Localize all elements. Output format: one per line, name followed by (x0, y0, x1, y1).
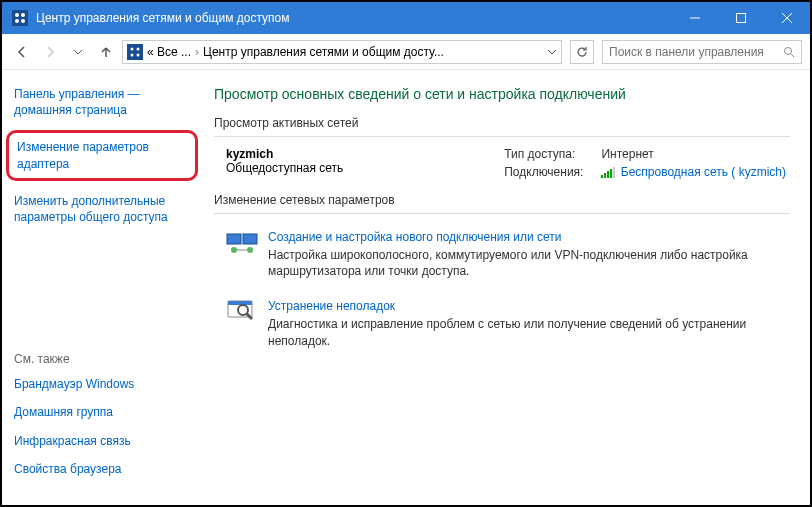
svg-rect-16 (227, 234, 241, 244)
chevron-right-icon: › (195, 45, 199, 59)
app-icon (12, 10, 28, 26)
access-type-label: Тип доступа: (504, 147, 583, 161)
sidebar-link-firewall[interactable]: Брандмауэр Windows (14, 376, 190, 392)
network-setup-icon (226, 230, 258, 254)
svg-point-18 (231, 247, 237, 253)
svg-point-3 (15, 19, 19, 23)
breadcrumb[interactable]: « Все ... › Центр управления сетями и об… (122, 40, 562, 64)
network-identity: kyzmich Общедоступная сеть (226, 147, 504, 179)
search-input[interactable] (609, 45, 777, 59)
svg-rect-22 (228, 301, 252, 305)
up-button[interactable] (94, 40, 118, 64)
divider (214, 136, 790, 137)
svg-point-19 (247, 247, 253, 253)
main-panel: Просмотр основных сведений о сети и наст… (202, 70, 810, 505)
section-change-settings: Изменение сетевых параметров (214, 193, 790, 207)
access-type-value: Интернет (601, 147, 786, 161)
option-new-connection-link[interactable]: Создание и настройка нового подключения … (268, 230, 786, 244)
network-details: Тип доступа: Интернет Подключения: Беспр… (504, 147, 786, 179)
svg-point-14 (785, 47, 792, 54)
svg-point-10 (131, 47, 134, 50)
svg-line-15 (791, 54, 794, 57)
sidebar-link-irda[interactable]: Инфракрасная связь (14, 433, 190, 449)
connection-name: Беспроводная сеть ( kyzmich) (621, 165, 786, 179)
sidebar-spacer (14, 237, 190, 352)
option-troubleshoot-link[interactable]: Устранение неполадок (268, 299, 786, 313)
sidebar-link-sharing-settings[interactable]: Изменить дополнительные параметры общего… (14, 193, 190, 225)
svg-point-2 (21, 13, 25, 17)
wifi-signal-icon (601, 167, 615, 178)
network-profile: Общедоступная сеть (226, 161, 504, 175)
svg-point-23 (238, 305, 248, 315)
content-area: Панель управления — домашняя страница Из… (2, 70, 810, 505)
section-active-networks: Просмотр активных сетей (214, 116, 790, 130)
breadcrumb-dropdown[interactable] (547, 47, 557, 57)
sidebar-link-adapter-settings[interactable]: Изменение параметров адаптера (6, 130, 198, 180)
navbar: « Все ... › Центр управления сетями и об… (2, 34, 810, 70)
option-new-connection-desc: Настройка широкополосного, коммутируемог… (268, 247, 786, 279)
sidebar-link-homegroup[interactable]: Домашняя группа (14, 404, 190, 420)
option-troubleshoot: Устранение неполадок Диагностика и испра… (214, 293, 790, 362)
option-troubleshoot-desc: Диагностика и исправление проблем с сеть… (268, 316, 786, 348)
window-controls (672, 2, 810, 34)
sidebar-link-internet-options[interactable]: Свойства браузера (14, 461, 190, 477)
connection-link[interactable]: Беспроводная сеть ( kyzmich) (601, 165, 786, 179)
svg-rect-0 (12, 10, 28, 26)
sidebar-heading-seealso: См. также (14, 352, 190, 366)
divider (214, 213, 790, 214)
svg-rect-6 (737, 14, 746, 23)
breadcrumb-icon (127, 44, 143, 60)
breadcrumb-seg-2[interactable]: Центр управления сетями и общим досту... (203, 45, 444, 59)
search-icon (783, 46, 795, 58)
forward-button[interactable] (38, 40, 62, 64)
refresh-button[interactable] (570, 40, 594, 64)
search-box[interactable] (602, 40, 802, 64)
close-button[interactable] (764, 2, 810, 34)
connections-label: Подключения: (504, 165, 583, 179)
back-button[interactable] (10, 40, 34, 64)
svg-point-13 (137, 53, 140, 56)
sidebar: Панель управления — домашняя страница Из… (2, 70, 202, 505)
breadcrumb-seg-1[interactable]: « Все ... (147, 45, 191, 59)
troubleshoot-icon (226, 299, 258, 323)
titlebar: Центр управления сетями и общим доступом (2, 2, 810, 34)
svg-rect-17 (243, 234, 257, 244)
option-new-connection: Создание и настройка нового подключения … (214, 224, 790, 293)
window-title: Центр управления сетями и общим доступом (36, 11, 672, 25)
svg-rect-9 (127, 44, 143, 60)
sidebar-link-home[interactable]: Панель управления — домашняя страница (14, 86, 190, 118)
active-network-row: kyzmich Общедоступная сеть Тип доступа: … (214, 147, 790, 193)
svg-point-4 (21, 19, 25, 23)
page-title: Просмотр основных сведений о сети и наст… (214, 86, 790, 102)
svg-point-1 (15, 13, 19, 17)
recent-dropdown[interactable] (66, 40, 90, 64)
network-name: kyzmich (226, 147, 504, 161)
minimize-button[interactable] (672, 2, 718, 34)
svg-point-12 (131, 53, 134, 56)
maximize-button[interactable] (718, 2, 764, 34)
svg-point-11 (137, 47, 140, 50)
